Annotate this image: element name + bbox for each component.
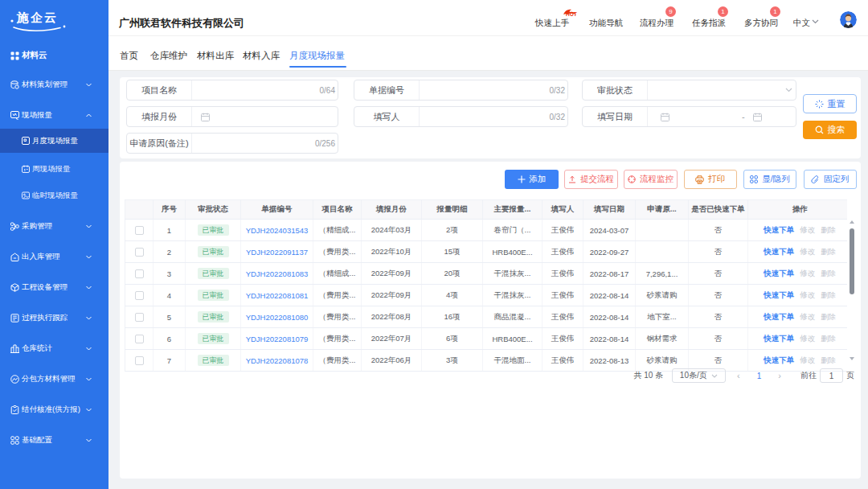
svg-text:HOT: HOT — [566, 11, 577, 17]
